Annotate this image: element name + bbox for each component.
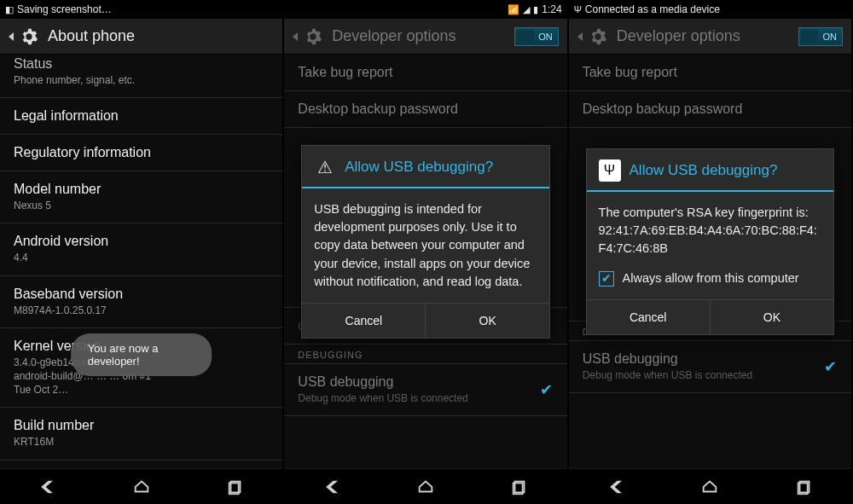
section-debugging: DEBUGGING (284, 345, 566, 364)
ok-button[interactable]: OK (425, 304, 548, 338)
action-bar[interactable]: Developer options ON (284, 19, 566, 55)
row-baseband[interactable]: Baseband version M8974A-1.0.25.0.17 (0, 276, 282, 328)
page-title: Developer options (617, 27, 740, 45)
signal-icon: ◢ (523, 5, 530, 14)
nav-bar (0, 468, 282, 504)
dialog-buttons: Cancel OK (587, 299, 834, 334)
nav-home-button[interactable] (379, 469, 473, 504)
checkbox-icon: ✔ (599, 271, 614, 287)
dialog-body-fingerprint: 92:41:7A:69:EB:B4:A4:6A:70:BC:88:F4:F4:7… (599, 222, 822, 258)
settings-list[interactable]: Status Phone number, signal, etc. Legal … (0, 55, 282, 468)
dialog-title-row: ⚠ Allow USB debugging? (302, 146, 549, 188)
cancel-button[interactable]: Cancel (302, 304, 425, 338)
dialog-body: The computer's RSA key fingerprint is: 9… (587, 192, 834, 299)
back-chevron-icon[interactable] (293, 32, 298, 41)
dialog-title: Allow USB debugging? (630, 162, 778, 179)
nav-recents-button[interactable] (189, 469, 282, 504)
checked-icon: ✔ (538, 381, 555, 398)
nav-home-button[interactable] (663, 469, 757, 504)
row-model[interactable]: Model number Nexus 5 (0, 171, 282, 223)
dialog-title: Allow USB debugging? (345, 159, 493, 176)
checkbox-label: Always allow from this computer (623, 269, 799, 287)
back-chevron-icon[interactable] (9, 32, 14, 41)
status-bar: Ψ Connected as a media device (569, 0, 851, 19)
action-bar[interactable]: Developer options ON (569, 19, 851, 55)
nav-back-button[interactable] (569, 469, 663, 504)
page-title: Developer options (332, 27, 456, 45)
settings-gear-icon (588, 26, 608, 47)
nav-recents-button[interactable] (757, 469, 851, 504)
usb-debug-icon: Ψ (599, 159, 621, 182)
nav-back-button[interactable] (284, 469, 378, 504)
row-legal[interactable]: Legal information (0, 98, 282, 135)
status-text: Connected as a media device (585, 3, 720, 15)
battery-icon: ▮ (533, 5, 538, 14)
toast-developer: You are now a developer! (71, 333, 212, 376)
row-build[interactable]: Build number KRT16M (0, 408, 282, 460)
ok-button[interactable]: OK (710, 300, 833, 334)
settings-gear-icon (303, 26, 323, 47)
status-time: 1:24 (542, 3, 561, 15)
warning-icon: ⚠ (314, 156, 336, 178)
dialog-body-line1: The computer's RSA key fingerprint is: (599, 204, 822, 222)
master-toggle[interactable]: ON (798, 27, 843, 46)
row-backup-password[interactable]: Desktop backup password (569, 91, 851, 128)
page-title: About phone (48, 27, 135, 45)
usb-icon: Ψ (574, 5, 582, 14)
nav-bar (284, 468, 566, 504)
row-bug-report[interactable]: Take bug report (284, 55, 566, 91)
row-usb-debugging[interactable]: USB debugging Debug mode when USB is con… (284, 364, 566, 416)
checked-icon: ✔ (822, 358, 839, 375)
dialog-usb-debugging: ⚠ Allow USB debugging? USB debugging is … (301, 145, 550, 338)
row-backup-password[interactable]: Desktop backup password (284, 91, 566, 128)
wifi-icon: 📶 (508, 5, 519, 14)
row-usb-debugging[interactable]: USB debugging Debug mode when USB is con… (569, 341, 851, 393)
row-regulatory[interactable]: Regulatory information (0, 135, 282, 171)
settings-gear-icon (19, 26, 39, 47)
always-allow-checkbox[interactable]: ✔ Always allow from this computer (599, 269, 822, 287)
status-bar: 📶 ◢ ▮ 1:24 (284, 0, 566, 19)
dialog-rsa-fingerprint: Ψ Allow USB debugging? The computer's RS… (586, 148, 835, 335)
status-text: Saving screenshot… (17, 3, 112, 15)
dialog-buttons: Cancel OK (302, 303, 549, 338)
status-bar: ◧ Saving screenshot… (0, 0, 282, 19)
cancel-button[interactable]: Cancel (587, 300, 710, 334)
action-bar[interactable]: About phone (0, 19, 282, 55)
nav-recents-button[interactable] (473, 469, 566, 504)
nav-bar (569, 468, 851, 504)
phone-dev-options-rsa: Ψ Connected as a media device Developer … (569, 0, 853, 504)
back-chevron-icon[interactable] (577, 32, 583, 41)
nav-back-button[interactable] (0, 469, 94, 504)
save-icon: ◧ (5, 5, 14, 14)
phone-dev-options-allow: 📶 ◢ ▮ 1:24 Developer options ON Take bug… (284, 0, 568, 504)
row-bug-report[interactable]: Take bug report (569, 55, 851, 91)
row-android-version[interactable]: Android version 4.4 (0, 223, 282, 275)
dialog-title-row: Ψ Allow USB debugging? (587, 149, 834, 192)
phone-about: ◧ Saving screenshot… About phone Status … (0, 0, 284, 504)
dialog-body: USB debugging is intended for developmen… (302, 188, 549, 302)
master-toggle[interactable]: ON (514, 27, 559, 46)
nav-home-button[interactable] (94, 469, 188, 504)
row-status[interactable]: Status Phone number, signal, etc. (0, 55, 282, 98)
